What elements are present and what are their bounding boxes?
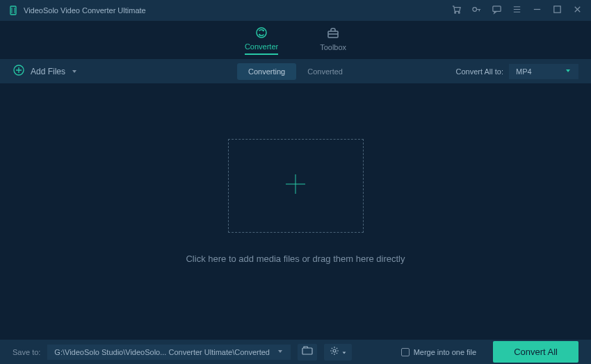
svg-rect-9 [302, 348, 312, 354]
cart-icon[interactable] [451, 4, 462, 17]
gear-icon [330, 346, 339, 358]
sub-bar: Add Files Converting Converted Convert A… [0, 59, 591, 83]
convert-all-to: Convert All to: MP4 [456, 64, 578, 79]
svg-point-1 [455, 12, 456, 13]
tab-converter[interactable]: Converter [245, 26, 278, 55]
tab-toolbox-label: Toolbox [320, 43, 346, 51]
svg-point-10 [333, 349, 336, 352]
feedback-icon[interactable] [492, 4, 502, 17]
bottom-bar: Save to: G:\VideoSolo Studio\VideoSolo..… [0, 340, 591, 364]
drop-hint: Click here to add media files or drag th… [186, 254, 405, 264]
chevron-down-icon [71, 65, 78, 78]
maximize-icon[interactable] [552, 4, 562, 17]
title-left: VideoSolo Video Converter Ultimate [8, 6, 146, 15]
save-path-value: G:\VideoSolo Studio\VideoSolo... Convert… [54, 348, 270, 356]
settings-button[interactable] [324, 344, 352, 361]
folder-icon [302, 346, 313, 358]
toolbox-icon [326, 26, 340, 40]
add-files-label: Add Files [31, 67, 65, 76]
plus-circle-icon [13, 64, 25, 79]
app-logo-icon [8, 6, 18, 15]
save-path-select[interactable]: G:\VideoSolo Studio\VideoSolo... Convert… [47, 345, 291, 360]
merge-checkbox[interactable]: Merge into one file [401, 348, 477, 356]
main-area: Click here to add media files or drag th… [0, 83, 591, 340]
plus-icon [283, 172, 308, 199]
menu-icon[interactable] [512, 4, 522, 17]
chevron-down-icon [341, 346, 347, 358]
app-title: VideoSolo Video Converter Ultimate [24, 6, 146, 15]
converter-icon [254, 26, 268, 40]
format-select[interactable]: MP4 [509, 64, 578, 79]
tab-toolbox[interactable]: Toolbox [320, 26, 346, 54]
svg-rect-5 [554, 6, 560, 12]
add-files-button[interactable]: Add Files [13, 64, 78, 79]
chevron-down-icon [277, 348, 284, 356]
key-icon[interactable] [471, 4, 482, 17]
format-value: MP4 [516, 67, 532, 76]
chevron-down-icon [565, 67, 572, 76]
nav-tabs: Converter Toolbox [0, 21, 591, 59]
svg-rect-0 [10, 6, 16, 15]
open-folder-button[interactable] [298, 344, 317, 361]
save-to-label: Save to: [13, 348, 40, 356]
svg-point-3 [473, 7, 477, 11]
subtab-converting[interactable]: Converting [237, 63, 296, 80]
checkbox-icon [401, 348, 410, 356]
convert-all-button[interactable]: Convert All [493, 341, 578, 363]
tab-converter-label: Converter [245, 42, 278, 51]
sub-tabs: Converting Converted [237, 63, 354, 80]
minimize-icon[interactable] [532, 4, 542, 17]
svg-point-2 [458, 12, 460, 13]
subtab-converted[interactable]: Converted [296, 63, 354, 80]
titlebar-actions [451, 4, 583, 17]
svg-rect-4 [493, 6, 501, 11]
titlebar: VideoSolo Video Converter Ultimate [0, 0, 591, 21]
merge-label: Merge into one file [414, 348, 477, 356]
close-icon[interactable] [572, 4, 583, 17]
drop-zone[interactable] [228, 139, 364, 233]
convert-all-to-label: Convert All to: [456, 67, 503, 76]
